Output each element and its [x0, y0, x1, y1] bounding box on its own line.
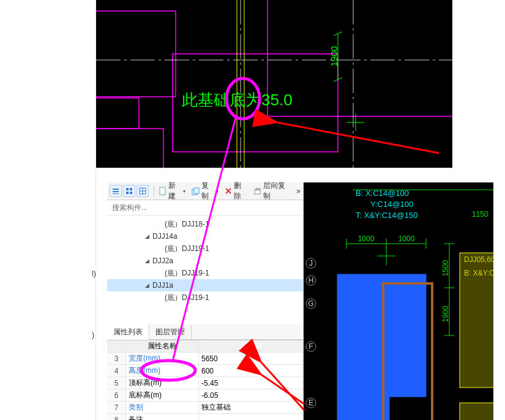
tree-label: DJJ14a: [152, 232, 178, 241]
selected-footing[interactable]: [337, 274, 426, 420]
svg-rect-1: [113, 191, 119, 192]
new-icon: [159, 187, 166, 195]
copy-label: 复制: [201, 181, 214, 201]
cad-viewport-top[interactable]: 1900 此基础底为35.0: [96, 0, 452, 168]
tree-item[interactable]: (底）DJJ19-1: [107, 242, 303, 255]
prop-value[interactable]: 独立基础: [199, 402, 303, 413]
component-tree[interactable]: (底）DJJ18-1◢DJJ14a(底）DJJ19-1◢DJJ2a(底）DJJ1…: [107, 216, 303, 324]
grid-bubble: E: [309, 399, 313, 407]
tree-item[interactable]: (底）DJJ18-1: [107, 218, 303, 230]
tree-item[interactable]: ◢DJJ1a: [107, 279, 303, 291]
grid-bubble: J: [309, 259, 313, 268]
svg-rect-6: [130, 192, 132, 194]
tab-properties[interactable]: 属性列表: [107, 324, 149, 340]
prop-value[interactable]: [199, 414, 303, 420]
dropdown-icon: ▾: [183, 189, 185, 194]
expand-icon[interactable]: [156, 270, 162, 276]
dim-text: 1500: [441, 260, 450, 276]
svg-rect-5: [126, 192, 129, 194]
header-name: 属性名称: [126, 340, 199, 352]
cad-viewport-bottom[interactable]: J H G F E: [304, 182, 493, 420]
property-row[interactable]: 6底标高(m)-6.05: [107, 389, 303, 402]
svg-rect-12: [194, 188, 199, 193]
expand-icon[interactable]: ◢: [144, 233, 150, 239]
tree-item[interactable]: (底）DJJ19-1: [107, 267, 303, 279]
header-value: 属性值: [199, 340, 303, 352]
prop-value[interactable]: 5650: [199, 353, 303, 364]
delete-icon: [225, 187, 233, 195]
view-list-icon[interactable]: [110, 185, 122, 197]
tree-item[interactable]: ◢DJJ14a: [107, 230, 303, 242]
svg-rect-3: [126, 188, 129, 190]
row-index: 8: [107, 414, 126, 420]
adjacent-footing: [460, 403, 493, 420]
new-button[interactable]: 新建 ▾: [157, 179, 188, 203]
svg-rect-2: [113, 193, 119, 194]
app-left-panel: 新建 ▾ 复制 ▾ 删除: [107, 182, 304, 420]
dim-text: 1000: [398, 234, 415, 243]
property-row[interactable]: 4高度(mm)600: [107, 365, 303, 377]
view-grid-icon[interactable]: [137, 185, 149, 197]
prop-value[interactable]: -5.45: [199, 377, 303, 389]
property-tabs: 属性列表 图层管理: [107, 324, 303, 340]
new-label: 新建: [168, 181, 181, 201]
prop-name: 类别: [126, 402, 199, 413]
tree-label: (底）DJJ19-1: [165, 244, 209, 254]
prop-name: 顶标高(m): [126, 377, 199, 389]
view-tree-icon[interactable]: [123, 185, 135, 197]
prop-value[interactable]: -6.05: [199, 389, 303, 401]
row-index: 5: [107, 377, 126, 389]
tree-label: (底）DJJ18-1: [165, 219, 209, 230]
prop-value[interactable]: 600: [199, 365, 303, 377]
expand-icon[interactable]: ◢: [144, 258, 150, 264]
dim-text: 1900: [329, 46, 339, 66]
search-row: [107, 200, 303, 216]
tree-label: (底）DJJ19-1: [165, 293, 209, 303]
footprint-rect: [96, 129, 163, 168]
rebar-text: Y:C14@100: [370, 200, 413, 209]
footing-label: B: X&Y:C1: [464, 269, 493, 277]
footprint-rect: [267, 0, 452, 116]
footprint-rect: [96, 98, 139, 129]
properties-app: 新建 ▾ 复制 ▾ 删除: [107, 182, 493, 420]
expand-icon[interactable]: [156, 246, 162, 252]
prop-name: 宽度(mm): [126, 353, 199, 364]
property-row[interactable]: 3宽度(mm)5650: [107, 353, 303, 365]
annotation-text: 此基础底为35.0: [182, 91, 293, 109]
grid-bubble: G: [308, 299, 313, 308]
row-index: 3: [107, 353, 126, 364]
prop-name: 备注: [126, 414, 199, 420]
expand-icon[interactable]: ◢: [144, 282, 150, 288]
grid-bubble: H: [309, 276, 314, 285]
header-idx: [107, 340, 126, 352]
tree-item[interactable]: (底）DJJ19-1: [107, 291, 303, 304]
rebar-text: T: X&Y:C14@150: [356, 211, 417, 220]
stub-text: ): [92, 331, 94, 339]
more-label: »: [296, 187, 301, 195]
delete-label: 删除: [234, 181, 247, 201]
tree-item[interactable]: ◢DJJ2a: [107, 255, 303, 267]
layer-copy-button[interactable]: 层间复制: [251, 179, 292, 203]
property-row[interactable]: 7类别独立基础: [107, 402, 303, 414]
property-grid: 属性名称 属性值 3宽度(mm)56504高度(mm)6005顶标高(m)-5.…: [107, 340, 303, 420]
svg-rect-4: [130, 188, 132, 190]
delete-button[interactable]: 删除: [222, 179, 250, 203]
copy-icon: [192, 187, 200, 195]
expand-icon[interactable]: [156, 294, 162, 301]
tab-layers[interactable]: 图层管理: [149, 324, 192, 339]
footing-label: DJJ05,600: [464, 255, 493, 264]
tree-label: DJJ1a: [152, 281, 173, 290]
prop-name: 高度(mm): [126, 365, 199, 377]
search-input[interactable]: [111, 203, 299, 212]
toolbar: 新建 ▾ 复制 ▾ 删除: [107, 182, 303, 200]
dropdown-icon: ▾: [216, 189, 219, 194]
copy-button[interactable]: 复制 ▾: [189, 179, 220, 203]
tree-label: (底）DJJ19-1: [165, 268, 209, 279]
property-row[interactable]: 8备注: [107, 414, 303, 420]
toolbar-more-button[interactable]: »: [294, 186, 303, 197]
rebar-text: B: X:C14@100: [356, 189, 409, 198]
property-row[interactable]: 5顶标高(m)-5.45: [107, 377, 303, 389]
svg-rect-16: [256, 189, 260, 190]
expand-icon[interactable]: [156, 221, 162, 227]
tree-label: DJJ2a: [152, 257, 173, 265]
